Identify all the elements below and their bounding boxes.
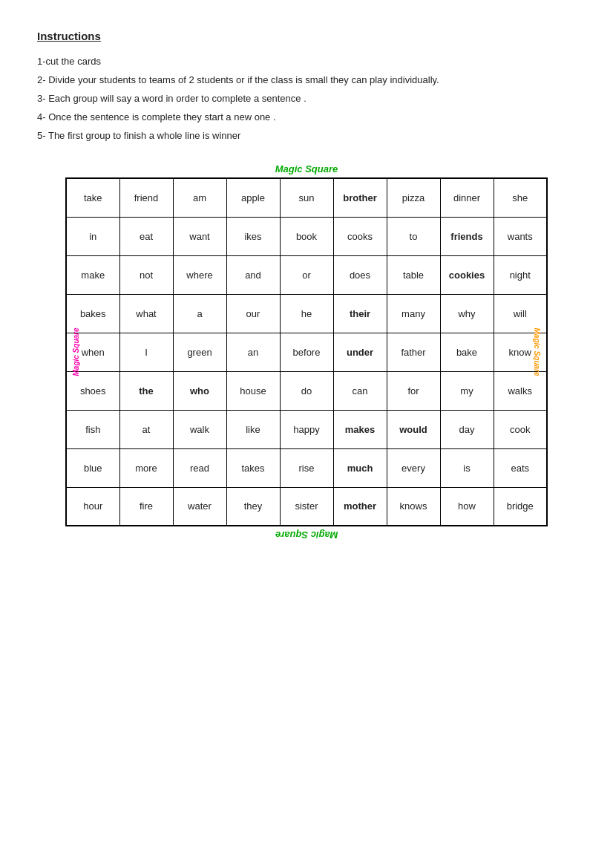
grid-label-top: Magic Square — [275, 163, 338, 174]
grid-cell: water — [173, 487, 226, 526]
grid-cell: want — [173, 217, 226, 255]
grid-cell: she — [494, 178, 547, 217]
grid-cell: the — [119, 371, 173, 410]
grid-cell: in — [66, 217, 119, 255]
grid-cell: sister — [280, 487, 333, 526]
grid-cell: or — [280, 255, 333, 294]
grid-cell: father — [387, 333, 440, 371]
grid-cell: apple — [226, 178, 280, 217]
instruction-item: 4- Once the sentence is complete they st… — [37, 111, 576, 123]
grid-cell: is — [440, 448, 494, 487]
grid-cell: eat — [119, 217, 173, 255]
grid-cell: every — [387, 448, 440, 487]
grid-cell: he — [280, 294, 333, 333]
instruction-item: 5- The first group to finish a whole lin… — [37, 130, 576, 141]
grid-cell: brother — [333, 178, 387, 217]
grid-cell: at — [119, 410, 173, 448]
grid-cell: I — [119, 333, 173, 371]
grid-cell: cook — [494, 410, 547, 448]
grid-cell: our — [226, 294, 280, 333]
grid-cell: what — [119, 294, 173, 333]
grid-cell: fish — [66, 410, 119, 448]
grid-cell: and — [226, 255, 280, 294]
grid-cell: before — [280, 333, 333, 371]
grid-cell: sun — [280, 178, 333, 217]
grid-cell: table — [387, 255, 440, 294]
grid-cell: who — [173, 371, 226, 410]
grid-cell: book — [280, 217, 333, 255]
grid-cell: shoes — [66, 371, 119, 410]
grid-cell: bake — [440, 333, 494, 371]
grid-cell: takes — [226, 448, 280, 487]
grid-cell: an — [226, 333, 280, 371]
grid-cell: where — [173, 255, 226, 294]
grid-cell: why — [440, 294, 494, 333]
grid-cell: make — [66, 255, 119, 294]
grid-cell: would — [387, 410, 440, 448]
grid-cell: ikes — [226, 217, 280, 255]
grid-cell: their — [333, 294, 387, 333]
grid-cell: makes — [333, 410, 387, 448]
grid-cell: walks — [494, 371, 547, 410]
grid-cell: house — [226, 371, 280, 410]
grid-cell: they — [226, 487, 280, 526]
instructions-section: 1-cut the cards2- Divide your students t… — [37, 56, 576, 141]
grid-cell: rise — [280, 448, 333, 487]
instruction-item: 3- Each group will say a word in order t… — [37, 93, 576, 104]
grid-cell: read — [173, 448, 226, 487]
grid-cell: friends — [440, 217, 494, 255]
grid-cell: my — [440, 371, 494, 410]
grid-cell: green — [173, 333, 226, 371]
grid-cell: how — [440, 487, 494, 526]
grid-cell: can — [333, 371, 387, 410]
page-title: Instructions — [37, 30, 576, 42]
grid-cell: hour — [66, 487, 119, 526]
grid-cell: like — [226, 410, 280, 448]
grid-cell: for — [387, 371, 440, 410]
grid-cell: day — [440, 410, 494, 448]
grid-label-bottom: Magic Square — [275, 529, 338, 541]
grid-cell: dinner — [440, 178, 494, 217]
grid-cell: not — [119, 255, 173, 294]
grid-cell: bakes — [66, 294, 119, 333]
grid-cell: eats — [494, 448, 547, 487]
grid-cell: cooks — [333, 217, 387, 255]
grid-cell: night — [494, 255, 547, 294]
grid-wrapper: Magic Square Magic Square takefriendamap… — [37, 163, 576, 541]
grid-cell: happy — [280, 410, 333, 448]
grid-cell: am — [173, 178, 226, 217]
grid-cell: fire — [119, 487, 173, 526]
grid-cell: under — [333, 333, 387, 371]
grid-cell: walk — [173, 410, 226, 448]
grid-cell: mother — [333, 487, 387, 526]
grid-cell: pizza — [387, 178, 440, 217]
grid-cell: blue — [66, 448, 119, 487]
grid-cell: to — [387, 217, 440, 255]
grid-cell: take — [66, 178, 119, 217]
grid-cell: much — [333, 448, 387, 487]
grid-cell: many — [387, 294, 440, 333]
grid-cell: wants — [494, 217, 547, 255]
grid-cell: will — [494, 294, 547, 333]
side-label-left: Magic Square — [72, 327, 80, 376]
side-label-right: Magic Square — [533, 327, 541, 376]
word-grid: takefriendamapplesunbrotherpizzadinnersh… — [65, 177, 548, 526]
grid-cell: does — [333, 255, 387, 294]
grid-cell: knows — [387, 487, 440, 526]
grid-cell: do — [280, 371, 333, 410]
grid-cell: friend — [119, 178, 173, 217]
grid-cell: cookies — [440, 255, 494, 294]
grid-cell: a — [173, 294, 226, 333]
instruction-item: 1-cut the cards — [37, 56, 576, 67]
grid-cell: more — [119, 448, 173, 487]
instruction-item: 2- Divide your students to teams of 2 st… — [37, 74, 576, 85]
grid-cell: bridge — [494, 487, 547, 526]
